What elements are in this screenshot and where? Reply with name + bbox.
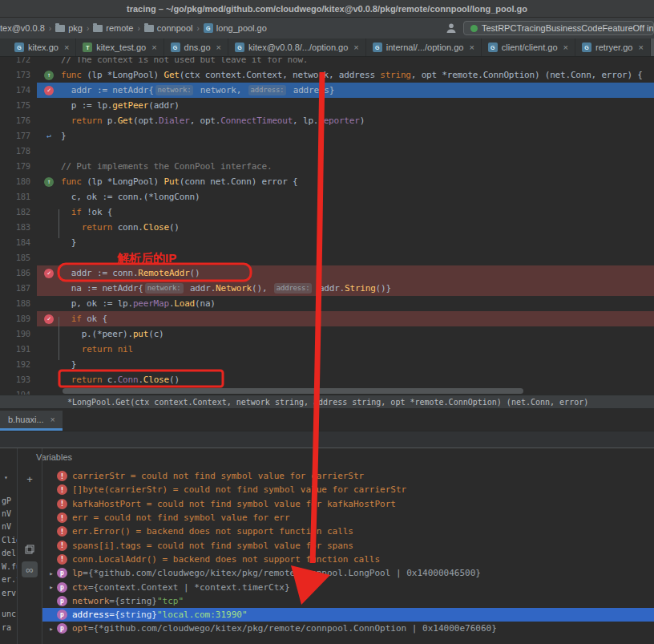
gutter[interactable]	[37, 98, 61, 113]
variable-row[interactable]: !carrierStr = could not find symbol valu…	[42, 469, 654, 483]
chevron-down-icon[interactable]: ▾	[4, 474, 8, 481]
line-number[interactable]: 179	[0, 159, 37, 174]
line-number[interactable]: 174	[0, 83, 37, 98]
variable-row[interactable]: !conn.LocalAddr() = backend does not sup…	[42, 553, 654, 566]
breadcrumb-item-pkg[interactable]: pkg	[55, 23, 83, 33]
code-text[interactable]: p, ok := lp.peerMap.Load(na)	[61, 296, 216, 311]
line-number[interactable]: 175	[0, 98, 37, 113]
close-icon[interactable]: ×	[353, 43, 358, 52]
code-text[interactable]: return c.Conn.Close()	[61, 372, 180, 387]
breadcrumb-item-connpool[interactable]: connpool	[144, 23, 193, 33]
line-number[interactable]: 177	[0, 128, 37, 144]
line-number[interactable]: 188	[0, 296, 37, 311]
line-number[interactable]: 185	[0, 250, 37, 265]
gutter[interactable]	[37, 281, 61, 296]
debug-session-tab[interactable]: b.huaxi... ×	[0, 411, 63, 431]
editor-tab[interactable]: Gkitex@v0.0.8/.../option.go×	[228, 38, 366, 56]
variable-row[interactable]: ▸popt = {*github.com/cloudwego/kitex/pkg…	[42, 622, 654, 635]
variable-row[interactable]: pnetwork = {string} "tcp"	[42, 594, 654, 608]
editor-tab[interactable]: Glong_pool.go×	[651, 38, 654, 56]
variable-row[interactable]: ▸plp = {*github.com/cloudwego/kitex/pkg/…	[42, 566, 654, 580]
gutter[interactable]	[37, 159, 61, 174]
code-text[interactable]: func (lp *LongPool) Get(ctx context.Cont…	[61, 67, 643, 83]
line-number[interactable]: 191	[0, 342, 37, 357]
gutter[interactable]: ↩	[37, 128, 61, 144]
gutter[interactable]	[37, 296, 61, 311]
code-text[interactable]: }	[61, 128, 66, 144]
line-number[interactable]: 176	[0, 113, 37, 128]
gutter[interactable]	[37, 220, 61, 235]
line-number[interactable]: 187	[0, 281, 37, 296]
close-icon[interactable]: ×	[638, 43, 643, 52]
line-number[interactable]: 186	[0, 265, 37, 281]
gutter[interactable]	[37, 144, 61, 159]
gutter[interactable]: ✓	[37, 265, 61, 281]
code-text[interactable]: return nil	[61, 342, 133, 357]
code-text[interactable]: na := netAddr{network: addr.Network(), a…	[61, 281, 391, 296]
line-number[interactable]: 181	[0, 189, 37, 205]
gutter[interactable]	[37, 357, 61, 372]
variable-row[interactable]: !err.Error() = backend does not support …	[42, 525, 654, 538]
breadcrumb-item-remote[interactable]: remote	[93, 23, 133, 33]
breakpoint-icon[interactable]: ✓	[44, 314, 54, 324]
expand-arrow-icon[interactable]: ▸	[46, 583, 57, 591]
add-watch-button[interactable]: +	[22, 471, 38, 487]
code-editor[interactable]: 172// The context is not used but leave …	[0, 57, 654, 395]
gutter[interactable]: ✓	[37, 311, 61, 326]
editor-tab[interactable]: Tkitex_test.go×	[76, 38, 164, 56]
line-number[interactable]: 173	[0, 67, 37, 83]
gutter[interactable]	[37, 235, 61, 250]
show-watches-toggle[interactable]: ∞	[22, 561, 38, 577]
close-icon[interactable]: ×	[216, 43, 221, 52]
line-number[interactable]: 189	[0, 311, 37, 326]
editor-tab[interactable]: Ginternal/.../option.go×	[366, 38, 482, 56]
code-text[interactable]: if !ok {	[61, 205, 112, 220]
close-icon[interactable]: ×	[64, 43, 69, 52]
code-text[interactable]: c, ok := conn.(*longConn)	[61, 189, 200, 205]
line-number[interactable]: 172	[0, 57, 37, 67]
close-icon[interactable]: ×	[469, 43, 474, 52]
code-text[interactable]: p.(*peer).put(c)	[61, 326, 164, 342]
gutter[interactable]	[37, 372, 61, 387]
code-text[interactable]: return p.Get(opt.Dialer, opt.ConnectTime…	[61, 113, 365, 128]
expand-arrow-icon[interactable]: ▸	[46, 625, 57, 633]
gutter[interactable]: ✓	[37, 83, 61, 98]
line-number[interactable]: 183	[0, 220, 37, 235]
gutter[interactable]: ↑	[37, 174, 61, 189]
breadcrumb-item-tex-v0-0-8[interactable]: tex@v0.0.8	[0, 23, 45, 33]
gutter[interactable]: ↑	[37, 67, 61, 83]
code-text[interactable]: p := lp.getPeer(addr)	[61, 98, 180, 113]
line-number[interactable]: 193	[0, 372, 37, 387]
close-icon[interactable]: ×	[50, 415, 55, 424]
editor-tab[interactable]: Gclient/client.go×	[482, 38, 575, 56]
gutter[interactable]	[37, 57, 61, 67]
breakpoint-icon[interactable]: ✓	[44, 86, 54, 95]
line-number[interactable]: 192	[0, 357, 37, 372]
editor-tab[interactable]: Gretryer.go×	[575, 38, 651, 56]
gutter[interactable]	[37, 113, 61, 128]
line-number[interactable]: 190	[0, 326, 37, 342]
close-icon[interactable]: ×	[563, 43, 568, 52]
code-text[interactable]: addr := conn.RemoteAddr()	[61, 265, 200, 281]
code-text[interactable]: return conn.Close()	[61, 220, 180, 235]
line-number[interactable]: 182	[0, 205, 37, 220]
layers-icon[interactable]	[22, 541, 38, 557]
line-number[interactable]: 184	[0, 235, 37, 250]
variable-row[interactable]: ▸pctx = {context.Context | *context.time…	[42, 580, 654, 593]
expand-arrow-icon[interactable]: ▸	[46, 569, 57, 577]
gutter[interactable]	[37, 342, 61, 357]
run-configuration-selector[interactable]: TestRPCTracingBusinessCodeFeatureOff in …	[463, 21, 654, 35]
line-number[interactable]: 180	[0, 174, 37, 189]
variable-row[interactable]: paddress = {string} "local.com:31990"	[42, 608, 654, 622]
breadcrumb-item-long-pool-go[interactable]: Glong_pool.go	[204, 23, 267, 33]
code-text[interactable]: // Put implements the ConnPool interface…	[61, 159, 272, 174]
variable-row[interactable]: ![]byte(carrierStr) = could not find sym…	[42, 483, 654, 496]
profiler-person-icon[interactable]	[446, 22, 457, 34]
close-icon[interactable]: ×	[151, 43, 156, 52]
gutter[interactable]	[37, 250, 61, 265]
line-number[interactable]: 194	[0, 387, 37, 395]
gutter[interactable]	[37, 326, 61, 342]
code-text[interactable]: }	[61, 357, 76, 372]
horizontal-scrollbar-thumb[interactable]	[63, 388, 523, 394]
editor-tab[interactable]: Gdns.go×	[164, 38, 228, 56]
